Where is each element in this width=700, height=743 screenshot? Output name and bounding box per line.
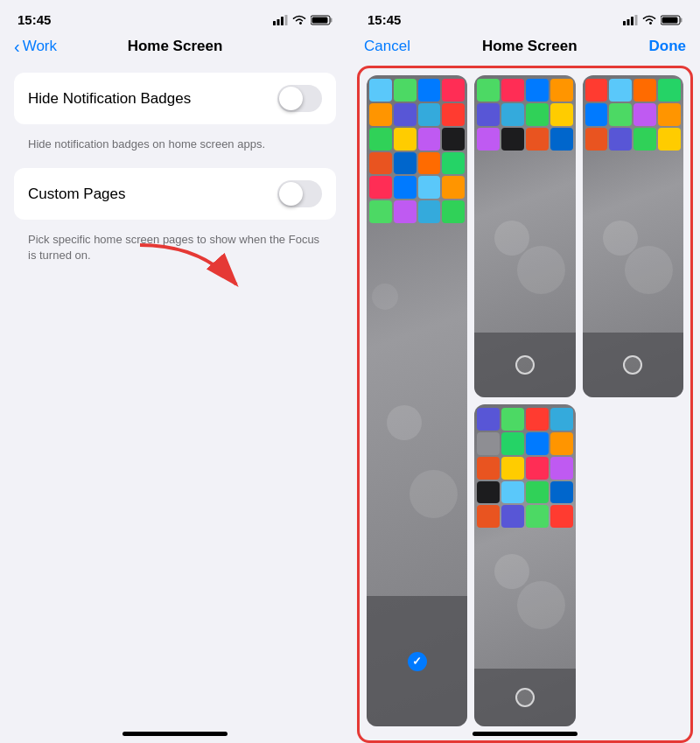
wifi-icon-right [642, 15, 656, 25]
custom-pages-section: Custom Pages [14, 168, 336, 220]
custom-pages-label: Custom Pages [28, 186, 126, 203]
custom-pages-row[interactable]: Custom Pages [14, 168, 336, 220]
wifi-icon [292, 15, 306, 25]
custom-pages-description: Pick specific home screen pages to show … [0, 227, 350, 272]
home-bar-right [472, 732, 578, 736]
page1-selector[interactable]: ✓ [408, 652, 427, 671]
back-label: Work [23, 38, 57, 55]
svg-rect-13 [681, 18, 682, 22]
page3-selector[interactable] [623, 355, 642, 375]
svg-rect-5 [331, 18, 332, 22]
svg-rect-11 [635, 15, 638, 25]
pages-grid: ✓ [357, 66, 693, 743]
hide-notification-toggle[interactable] [277, 85, 322, 112]
left-panel: 15:45 ‹ Wo [0, 0, 350, 743]
page-thumb-4[interactable] [474, 404, 575, 726]
svg-rect-3 [285, 15, 288, 25]
hide-notification-description: Hide notification badges on home screen … [0, 131, 350, 161]
page2-selector[interactable] [515, 355, 535, 375]
time-right: 15:45 [368, 12, 401, 27]
battery-icon-right [661, 15, 682, 25]
page-thumb-1[interactable]: ✓ [367, 75, 467, 726]
hide-notification-label: Hide Notification Badges [28, 90, 191, 108]
page-thumb-2[interactable] [474, 75, 575, 397]
page4-selector[interactable] [515, 688, 535, 707]
hide-notification-section: Hide Notification Badges [14, 73, 336, 124]
signal-icon-right [623, 15, 638, 25]
status-icons-left [273, 15, 332, 25]
time-left: 15:45 [18, 12, 51, 27]
custom-pages-toggle[interactable] [277, 180, 322, 207]
done-button[interactable]: Done [649, 38, 687, 55]
svg-rect-8 [623, 21, 626, 25]
custom-pages-toggle-knob [279, 182, 303, 206]
nav-title-left: Home Screen [128, 38, 223, 55]
svg-rect-2 [281, 17, 284, 25]
battery-icon [311, 15, 332, 25]
signal-icon [273, 15, 288, 25]
right-panel: 15:45 Cancel Home Screen Done [350, 0, 700, 743]
svg-rect-0 [273, 21, 276, 25]
hide-notification-row[interactable]: Hide Notification Badges [14, 73, 336, 124]
back-button[interactable]: ‹ Work [14, 38, 57, 55]
status-bar-right: 15:45 [350, 0, 700, 34]
nav-bar-left: ‹ Work Home Screen [0, 34, 350, 66]
page-thumb-3[interactable] [583, 75, 683, 397]
sheet-nav: Cancel Home Screen Done [350, 34, 700, 66]
status-icons-right [623, 15, 682, 25]
back-chevron-icon: ‹ [14, 38, 20, 55]
status-bar-left: 15:45 [0, 0, 350, 34]
svg-rect-6 [312, 17, 328, 23]
sheet-title: Home Screen [482, 38, 578, 55]
svg-rect-9 [627, 19, 630, 25]
svg-rect-1 [277, 19, 280, 25]
empty-cell-1 [583, 404, 683, 726]
home-bar-left [122, 732, 228, 736]
svg-rect-10 [631, 17, 634, 25]
svg-rect-14 [662, 17, 678, 23]
toggle-knob [279, 87, 303, 110]
cancel-button[interactable]: Cancel [364, 38, 410, 55]
